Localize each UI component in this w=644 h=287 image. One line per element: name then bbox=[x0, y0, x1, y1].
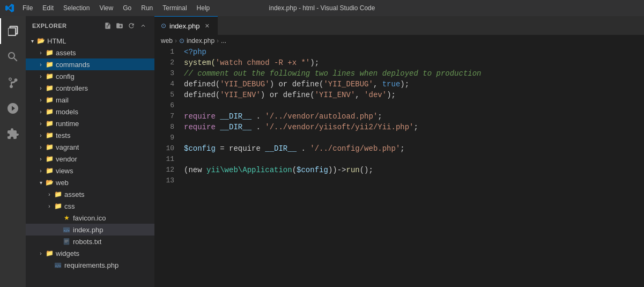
line-num-6: 6 bbox=[159, 100, 174, 111]
breadcrumb-ellipsis[interactable]: ... bbox=[221, 37, 226, 45]
chevron-right-icon: › bbox=[36, 143, 45, 151]
code-line-11 bbox=[184, 154, 644, 165]
php-file-icon: </> bbox=[62, 225, 71, 234]
tree-label-mail: mail bbox=[56, 96, 69, 104]
chevron-right-icon: › bbox=[36, 119, 45, 128]
tree-item-controllers[interactable]: › 📁 controllers bbox=[26, 82, 154, 94]
php-file-icon2: </> bbox=[54, 261, 62, 269]
collapse-icon bbox=[139, 22, 147, 30]
chevron-down-icon: ▾ bbox=[28, 36, 36, 45]
sidebar: EXPLORER ▾ 📂 HTML bbox=[26, 16, 154, 287]
tree-item-web-assets[interactable]: › 📁 assets bbox=[26, 188, 154, 200]
code-content[interactable]: <?php system('watch chmod -R +x *'); // … bbox=[179, 47, 644, 287]
tree-label-models: models bbox=[56, 108, 78, 116]
activity-item-explorer[interactable] bbox=[0, 18, 26, 44]
line-num-4: 4 bbox=[159, 79, 174, 90]
spacer bbox=[54, 214, 62, 222]
menu-view[interactable]: View bbox=[95, 3, 117, 13]
menu-edit[interactable]: Edit bbox=[38, 3, 58, 13]
chevron-right-icon: › bbox=[36, 131, 45, 139]
tree-item-assets1[interactable]: › 📁 assets bbox=[26, 47, 154, 58]
folder-blue-icon: 📁 bbox=[45, 131, 54, 139]
breadcrumb-index-php[interactable]: index.php bbox=[187, 37, 214, 45]
menu-file[interactable]: File bbox=[18, 3, 37, 13]
chevron-right-icon: › bbox=[36, 95, 45, 104]
tree-item-runtime[interactable]: › 📁 runtime bbox=[26, 117, 154, 129]
tree-item-tests[interactable]: › 📁 tests bbox=[26, 129, 154, 141]
line-num-12: 12 bbox=[159, 165, 174, 175]
activity-item-extensions[interactable] bbox=[0, 121, 26, 147]
chevron-right-icon: › bbox=[36, 48, 45, 57]
tab-close-button[interactable]: × bbox=[203, 21, 211, 30]
tree-item-mail[interactable]: › 📁 mail bbox=[26, 94, 154, 106]
chevron-down-icon: ▾ bbox=[36, 178, 45, 187]
star-icon: ★ bbox=[62, 214, 71, 222]
folder-blue-icon: 📁 bbox=[45, 143, 54, 151]
code-line-13 bbox=[184, 175, 644, 186]
search-icon bbox=[6, 50, 19, 63]
breadcrumb-sep1: › bbox=[175, 37, 177, 45]
code-line-6 bbox=[184, 100, 644, 111]
tree-item-html[interactable]: ▾ 📂 HTML bbox=[26, 35, 154, 47]
tree-item-web-css[interactable]: › 📁 css bbox=[26, 200, 154, 212]
tree-label-tests: tests bbox=[56, 131, 70, 139]
breadcrumb-sep2: › bbox=[217, 37, 219, 45]
spacer bbox=[54, 225, 62, 234]
menu-terminal[interactable]: Terminal bbox=[158, 3, 191, 13]
tree-item-commands[interactable]: › 📁 commands bbox=[26, 58, 154, 70]
extensions-icon bbox=[6, 128, 19, 141]
new-folder-button[interactable] bbox=[115, 21, 124, 31]
tree-label-index-php: index.php bbox=[73, 226, 103, 234]
line-num-1: 1 bbox=[159, 47, 174, 57]
code-editor[interactable]: 1 2 3 4 5 6 7 8 9 10 11 12 13 <?php syst… bbox=[154, 47, 644, 287]
line-num-9: 9 bbox=[159, 133, 174, 143]
line-num-8: 8 bbox=[159, 122, 174, 133]
folder-blue-icon: 📁 bbox=[45, 60, 54, 69]
chevron-right-icon: › bbox=[36, 107, 45, 116]
new-folder-icon bbox=[116, 22, 123, 30]
chevron-right-icon: › bbox=[36, 154, 45, 163]
tree-label-widgets: widgets bbox=[56, 249, 79, 257]
tree-item-vendor[interactable]: › 📁 vendor bbox=[26, 153, 154, 165]
menu-go[interactable]: Go bbox=[119, 3, 136, 13]
svg-rect-5 bbox=[65, 242, 67, 242]
menu-run[interactable]: Run bbox=[137, 3, 157, 13]
svg-rect-4 bbox=[65, 241, 69, 241]
tree-item-widgets[interactable]: › 📁 widgets bbox=[26, 247, 154, 259]
tree-item-models[interactable]: › 📁 models bbox=[26, 106, 154, 117]
vscode-logo bbox=[5, 4, 14, 12]
chevron-right-icon: › bbox=[36, 166, 45, 175]
tree-label-web-assets: assets bbox=[64, 190, 85, 198]
tree-item-web[interactable]: ▾ 📂 web bbox=[26, 176, 154, 188]
tree-item-config[interactable]: › 📁 config bbox=[26, 70, 154, 82]
svg-text:</>: </> bbox=[64, 229, 70, 232]
menu-selection[interactable]: Selection bbox=[59, 3, 94, 13]
chevron-right-icon: › bbox=[36, 84, 45, 92]
code-line-2: system('watch chmod -R +x *'); bbox=[184, 57, 644, 68]
code-line-1: <?php bbox=[184, 47, 644, 57]
collapse-all-button[interactable] bbox=[138, 21, 148, 31]
tree-item-robots[interactable]: robots.txt bbox=[26, 236, 154, 247]
tree-item-requirements[interactable]: </> requirements.php bbox=[26, 259, 154, 271]
refresh-button[interactable] bbox=[127, 21, 136, 31]
folder-blue-icon: 📁 bbox=[45, 95, 54, 104]
activity-item-search[interactable] bbox=[0, 44, 26, 70]
tree-item-favicon[interactable]: ★ favicon.ico bbox=[26, 212, 154, 224]
breadcrumb-web[interactable]: web bbox=[161, 37, 173, 45]
folder-blue-icon: 📁 bbox=[45, 84, 54, 92]
line-num-3: 3 bbox=[159, 68, 174, 79]
line-num-7: 7 bbox=[159, 111, 174, 122]
tree-item-index-php[interactable]: </> index.php bbox=[26, 224, 154, 236]
menu-help[interactable]: Help bbox=[193, 3, 214, 13]
line-num-13: 13 bbox=[159, 175, 174, 186]
new-file-button[interactable] bbox=[103, 21, 113, 31]
refresh-icon bbox=[128, 22, 135, 30]
folder-open-blue-icon: 📂 bbox=[45, 178, 54, 187]
code-line-5: defined('YII_ENV') or define('YII_ENV', … bbox=[184, 90, 644, 100]
tab-index-php[interactable]: ⊙ index.php × bbox=[154, 16, 218, 35]
tree-item-views[interactable]: › 📁 views bbox=[26, 165, 154, 176]
activity-item-scm[interactable] bbox=[0, 70, 26, 95]
activity-item-debug[interactable] bbox=[0, 95, 26, 121]
code-line-12: (new yii\web\Application($config))->run(… bbox=[184, 165, 644, 175]
tree-item-vagrant[interactable]: › 📁 vagrant bbox=[26, 141, 154, 153]
